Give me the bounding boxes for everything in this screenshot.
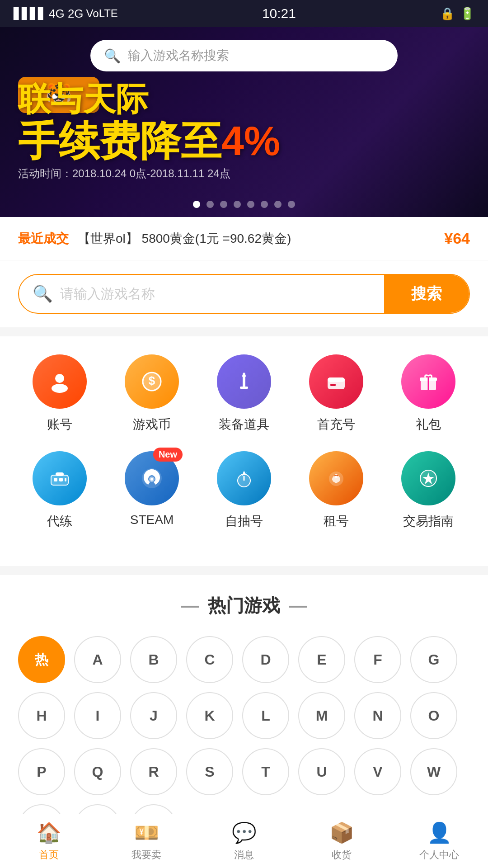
dot-3[interactable] — [220, 201, 227, 208]
category-section: 账号 $ 游戏币 装备道具 — [0, 336, 488, 566]
coin-icon: $ — [125, 354, 179, 409]
alpha-btn-R[interactable]: R — [130, 748, 177, 795]
alpha-btn-S[interactable]: S — [186, 748, 233, 795]
status-icons: 🔒 🔋 — [440, 7, 474, 21]
dot-7[interactable] — [274, 201, 282, 208]
alpha-btn-C[interactable]: C — [186, 636, 233, 683]
category-recharge[interactable]: 首充号 — [309, 354, 363, 433]
svg-rect-15 — [59, 478, 63, 481]
lock-icon: 🔒 — [440, 7, 455, 21]
svg-text:$: $ — [149, 374, 155, 387]
search-bar[interactable]: 🔍 请输入游戏名称 搜索 — [18, 274, 470, 314]
account-icon — [33, 354, 87, 409]
steam-new-badge: New — [153, 448, 183, 462]
banner-search-placeholder: 输入游戏名称搜索 — [128, 47, 229, 64]
svg-marker-5 — [242, 372, 246, 377]
lucky-label: 自抽号 — [225, 513, 263, 530]
alpha-btn-L[interactable]: L — [242, 692, 289, 739]
nav-sell[interactable]: 💴 我要卖 — [98, 816, 195, 866]
recent-price: ¥64 — [444, 230, 470, 247]
dot-1[interactable] — [193, 201, 200, 208]
recharge-icon — [309, 354, 363, 409]
alpha-btn-G[interactable]: G — [410, 636, 457, 683]
bottom-nav: 🏠 首页 💴 我要卖 💬 消息 📦 收货 👤 个人中心 — [0, 814, 488, 868]
message-icon: 💬 — [232, 821, 257, 844]
alpha-btn-E[interactable]: E — [298, 636, 345, 683]
status-time: 10:21 — [262, 6, 296, 21]
svg-point-0 — [55, 374, 64, 383]
alpha-btn-B[interactable]: B — [130, 636, 177, 683]
banner-text: 联与天际 手续费降至4% 活动时间：2018.10.24 0点-2018.11.… — [18, 74, 280, 181]
search-section: 🔍 请输入游戏名称 搜索 — [0, 260, 488, 327]
equip-label: 装备道具 — [219, 416, 269, 433]
dot-8[interactable] — [288, 201, 295, 208]
nav-cart[interactable]: 📦 收货 — [293, 816, 390, 866]
alpha-btn-J[interactable]: J — [130, 692, 177, 739]
dot-4[interactable] — [234, 201, 241, 208]
category-row-2: 代练 New STEAM 自抽号 — [14, 451, 474, 530]
alpha-btn-M[interactable]: M — [298, 692, 345, 739]
banner-date: 活动时间：2018.10.24 0点-2018.11.11 24点 — [18, 166, 280, 181]
battery-icon: 🔋 — [460, 7, 474, 21]
search-icon: 🔍 — [33, 284, 53, 303]
nav-cart-label: 收货 — [332, 848, 352, 862]
coin-label: 游戏币 — [133, 416, 171, 433]
profile-icon: 👤 — [427, 821, 452, 844]
dot-2[interactable] — [206, 201, 214, 208]
dot-5[interactable] — [247, 201, 254, 208]
category-gift[interactable]: 礼包 — [401, 354, 455, 433]
category-rent[interactable]: 租号 — [309, 451, 363, 530]
category-train[interactable]: 代练 — [33, 451, 87, 530]
alpha-btn-T[interactable]: T — [242, 748, 289, 795]
search-input[interactable]: 请输入游戏名称 — [60, 285, 155, 303]
category-coin[interactable]: $ 游戏币 — [125, 354, 179, 433]
alpha-btn-P[interactable]: P — [18, 748, 65, 795]
alpha-btn-N[interactable]: N — [354, 692, 401, 739]
alpha-btn-F[interactable]: F — [354, 636, 401, 683]
signal-type: 4G 2G — [49, 7, 84, 21]
alpha-btn-热[interactable]: 热 — [18, 636, 65, 683]
dot-6[interactable] — [261, 201, 268, 208]
alpha-btn-U[interactable]: U — [298, 748, 345, 795]
banner: 🔍 输入游戏名称搜索 🐯 联与天际 手续费降至4% 活动时间：2018.10.2… — [0, 27, 488, 217]
svg-point-1 — [52, 384, 68, 393]
nav-message[interactable]: 💬 消息 — [195, 816, 293, 866]
recent-content: 【世界ol】 5800黄金(1元 =90.62黄金) — [78, 230, 435, 247]
alpha-btn-W[interactable]: W — [410, 748, 457, 795]
hot-games-title: 热门游戏 — [14, 593, 474, 618]
category-equip[interactable]: 装备道具 — [217, 354, 271, 433]
banner-search-bar[interactable]: 🔍 输入游戏名称搜索 — [90, 40, 398, 71]
nav-profile[interactable]: 👤 个人中心 — [390, 816, 488, 866]
banner-search-icon: 🔍 — [104, 48, 121, 64]
nav-sell-label: 我要卖 — [131, 848, 161, 862]
lucky-icon — [217, 451, 271, 505]
guide-label: 交易指南 — [403, 513, 454, 530]
search-button[interactable]: 搜索 — [384, 275, 469, 313]
steam-icon: New — [125, 451, 179, 505]
home-icon: 🏠 — [37, 821, 61, 844]
alpha-btn-D[interactable]: D — [242, 636, 289, 683]
alpha-btn-K[interactable]: K — [186, 692, 233, 739]
category-account[interactable]: 账号 — [33, 354, 87, 433]
alpha-btn-I[interactable]: I — [74, 692, 121, 739]
nav-home-label: 首页 — [39, 848, 59, 862]
category-guide[interactable]: 交易指南 — [401, 451, 455, 530]
category-row-1: 账号 $ 游戏币 装备道具 — [14, 354, 474, 433]
category-lucky[interactable]: 自抽号 — [217, 451, 271, 530]
nav-home[interactable]: 🏠 首页 — [0, 816, 98, 866]
train-icon — [33, 451, 87, 505]
alpha-btn-V[interactable]: V — [354, 748, 401, 795]
search-input-area[interactable]: 🔍 请输入游戏名称 — [19, 275, 384, 313]
alpha-btn-Q[interactable]: Q — [74, 748, 121, 795]
alpha-btn-A[interactable]: A — [74, 636, 121, 683]
gift-icon — [401, 354, 455, 409]
svg-rect-17 — [56, 472, 64, 476]
alpha-btn-H[interactable]: H — [18, 692, 65, 739]
category-steam[interactable]: New STEAM — [125, 451, 179, 530]
equip-icon — [217, 354, 271, 409]
signal-bars: ▋▋▋▋ — [14, 7, 46, 20]
alpha-btn-O[interactable]: O — [410, 692, 457, 739]
train-label: 代练 — [47, 513, 72, 530]
nav-profile-label: 个人中心 — [419, 848, 459, 862]
svg-rect-16 — [65, 478, 66, 481]
